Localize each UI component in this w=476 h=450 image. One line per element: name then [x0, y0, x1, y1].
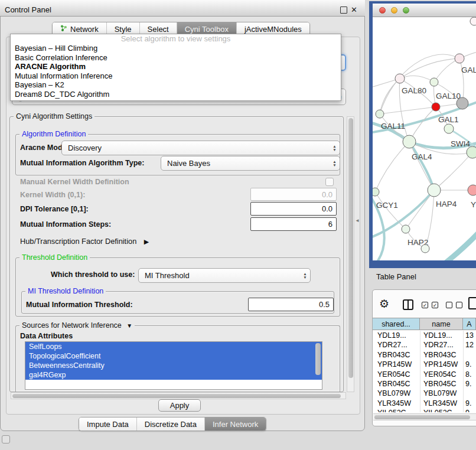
hub-definition-expander[interactable]: Hub/Transcription Factor Definition ▶	[20, 237, 149, 246]
table-row[interactable]: YLR345WYLR345W9.	[373, 399, 476, 408]
data-attributes-list[interactable]: SelfLoopsTopologicalCoefficientBetweenne…	[25, 341, 322, 390]
attributes-scrollbar-thumb[interactable]	[315, 343, 321, 375]
node-label-gal11: GAL11	[381, 122, 405, 131]
sources-group-title[interactable]: Sources for Network Inference ▼	[19, 321, 135, 330]
network-node-gal10[interactable]	[430, 78, 438, 86]
apply-button[interactable]: Apply	[158, 399, 201, 412]
network-node[interactable]	[467, 146, 476, 158]
table-cell: YDR27...	[377, 340, 419, 350]
network-node-gal1[interactable]	[432, 103, 440, 111]
deselect-all-checkbox-icon[interactable]	[456, 302, 462, 308]
column-header-name[interactable]: name	[420, 318, 463, 330]
table-row[interactable]: YBR045CYBR045C9.	[373, 379, 476, 389]
table-cell: 13	[465, 331, 476, 340]
dpi-tolerance-label: DPI Tolerance [0,1]:	[20, 205, 89, 213]
table-body[interactable]: YDL19...YDL19...13YDR27...YDR27...12YBR0…	[373, 331, 476, 412]
select-all-checkbox-icon[interactable]: ✓	[432, 302, 438, 308]
aracne-mode-select[interactable]: Discovery ▲▼	[61, 141, 340, 155]
column-header-a[interactable]: A	[463, 318, 476, 330]
minimize-traffic-light-icon[interactable]	[391, 7, 397, 14]
mi-steps-field[interactable]: 6	[250, 217, 337, 231]
table-cell: 9.	[465, 360, 476, 369]
network-canvas[interactable]: GALGAL80GAL10GAL1GAL11SWI4GAL4GCY1HAP4YH…	[373, 17, 476, 260]
mi-type-label: Mutual Information Algorithm Type:	[20, 157, 144, 169]
column-header-shared[interactable]: shared...	[373, 318, 420, 330]
table-cell: YBL079W	[377, 389, 419, 398]
network-node[interactable]	[421, 244, 429, 253]
settings-vertical-scrollbar[interactable]	[347, 116, 354, 392]
kernel-width-field[interactable]: 0.0	[250, 188, 337, 201]
table-row[interactable]: YPR145WYPR145W9.	[373, 360, 476, 369]
table-horizontal-scrollbar[interactable]	[373, 413, 476, 420]
close-traffic-light-icon[interactable]	[379, 7, 386, 14]
node-label-gal4: GAL4	[412, 152, 432, 161]
splitter-grip-icon[interactable]: ◄	[355, 218, 360, 223]
settings-horizontal-scrollbar[interactable]	[11, 392, 346, 399]
scrollbar-thumb[interactable]	[374, 415, 470, 419]
algorithm-item-aracne-algorithm[interactable]: ARACNE Algorithm	[11, 62, 341, 71]
bottom-tab-discretize-data[interactable]: Discretize Data	[137, 418, 205, 431]
network-node-hap2[interactable]	[402, 225, 410, 233]
threshold-definition-title: Threshold Definition	[19, 253, 90, 262]
network-node[interactable]	[457, 97, 468, 109]
algorithm-item-dream8-dc-tdc-algorithm[interactable]: Dream8 DC_TDC Algorithm	[11, 90, 341, 99]
table-panel-title: Table Panel	[376, 272, 416, 281]
mi-type-select[interactable]: Naive Bayes ▲▼	[161, 156, 340, 171]
attribute-item-topologicalcoefficient[interactable]: TopologicalCoefficient	[25, 351, 322, 361]
network-node-gal4[interactable]	[403, 135, 416, 148]
node-label-gal1: GAL1	[438, 115, 459, 124]
network-node-swi4[interactable]	[444, 124, 454, 133]
tab-label: Select	[148, 25, 169, 34]
gear-icon[interactable]: ⚙	[379, 298, 389, 310]
scrollbar-thumb[interactable]	[12, 394, 341, 398]
manual-kernel-checkbox[interactable]	[325, 178, 334, 186]
node-label-y: Y	[471, 200, 476, 209]
table-row[interactable]: YDR27...YDR27...12	[373, 340, 476, 350]
attribute-item-gal4rgexp[interactable]: gal4RGexp	[25, 370, 322, 380]
network-node-y[interactable]	[468, 185, 476, 195]
table-row[interactable]: YBR043CYBR043C	[373, 350, 476, 360]
network-node-gcy1[interactable]	[373, 188, 379, 196]
table-cell: YBL079W	[423, 389, 465, 398]
combo-arrows-icon: ▲▼	[330, 145, 340, 151]
network-node-gal11[interactable]	[376, 110, 384, 118]
mi-threshold-field[interactable]: 0.5	[248, 298, 334, 311]
columns-icon[interactable]	[403, 299, 413, 310]
new-table-icon[interactable]	[468, 297, 476, 309]
bottom-tab-impute-data[interactable]: Impute Data	[79, 418, 137, 431]
table-cell: YDR27...	[423, 340, 465, 350]
table-row[interactable]: YBL079WYBL079W	[373, 389, 476, 398]
data-attributes-label: Data Attributes	[20, 332, 73, 340]
table-row[interactable]: YER054CYER054C8.	[373, 370, 476, 379]
control-panel-title: Control Panel	[5, 2, 51, 18]
table-row[interactable]: YIL052CYIL052C9.	[373, 408, 476, 412]
table-row[interactable]: YDL19...YDL19...13	[373, 331, 476, 340]
network-node[interactable]	[470, 17, 476, 25]
network-window-titlebar[interactable]	[373, 4, 476, 17]
network-node-hap4[interactable]	[428, 184, 441, 197]
zoom-traffic-light-icon[interactable]	[403, 7, 409, 14]
collapsed-panel-icon[interactable]	[2, 435, 10, 444]
scrollbar-thumb[interactable]	[348, 118, 353, 378]
dpi-tolerance-field[interactable]: 0.0	[250, 202, 337, 216]
network-node-gal80[interactable]	[395, 74, 405, 83]
apply-button-label: Apply	[170, 401, 190, 410]
algorithm-item-bayesian-hill-climbing[interactable]: Bayesian – Hill Climbing	[11, 44, 341, 53]
bottom-tab-infer-network[interactable]: Infer Network	[205, 418, 266, 431]
close-icon[interactable]: ✕	[351, 2, 357, 18]
which-threshold-select[interactable]: MI Threshold ▲▼	[138, 268, 311, 283]
algorithm-item-mutual-information-inference[interactable]: Mutual Information Inference	[11, 71, 341, 81]
table-cell: YBR045C	[423, 379, 465, 389]
tab-label: Infer Network	[213, 420, 258, 429]
deselect-all-checkbox-icon[interactable]	[446, 302, 452, 308]
attribute-item-selfloops[interactable]: SelfLoops	[25, 342, 322, 351]
select-all-checkbox-icon[interactable]: ✓	[422, 302, 428, 308]
algorithm-item-bayesian-k2[interactable]: Bayesian – K2	[11, 80, 341, 90]
network-node-gal[interactable]	[455, 54, 464, 63]
algorithm-item-basic-correlation-inference[interactable]: Basic Correlation Inference	[11, 53, 341, 63]
mi-threshold-group-title: MI Threshold Definition	[25, 287, 106, 295]
control-panel-titlebar[interactable]	[0, 0, 365, 17]
kernel-width-label: Kernel Width (0,1):	[20, 191, 85, 199]
attribute-item-betweennesscentrality[interactable]: BetweennessCentrality	[25, 361, 322, 370]
float-window-icon[interactable]	[340, 6, 347, 14]
